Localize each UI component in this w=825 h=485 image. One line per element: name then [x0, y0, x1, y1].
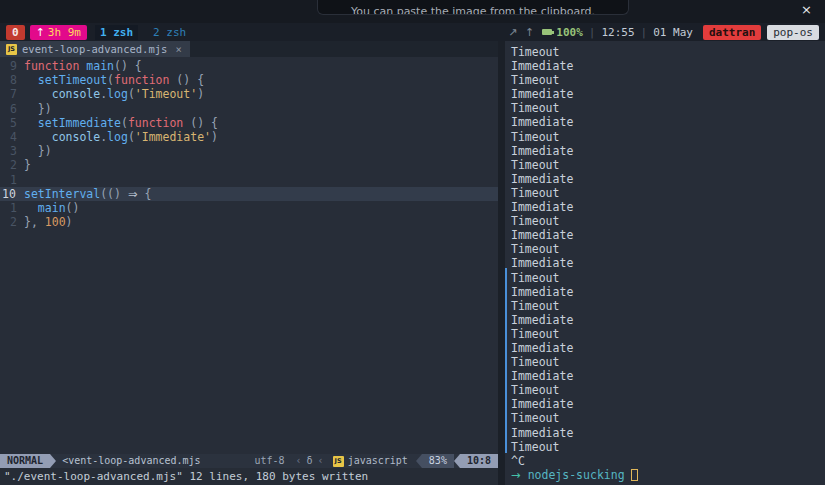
terminal-output: TimeoutImmediateTimeoutImmediateTimeoutI… — [511, 45, 825, 454]
code-area[interactable]: 9function main() {8 setTimeout(function … — [0, 57, 498, 454]
tmux-window-1[interactable]: 1 zsh — [95, 25, 138, 40]
network-arrows-icon: ↗ ↑ — [508, 26, 536, 39]
tmux-window-2[interactable]: 2 zsh — [148, 25, 191, 40]
mode-indicator: NORMAL — [0, 454, 50, 468]
username-badge: dattran — [703, 25, 761, 40]
battery-icon — [542, 29, 552, 35]
battery-percent: 100% — [556, 26, 583, 39]
nvim-statusline: NORMAL <vent-loop-advanced.mjs utf-8 ‹ δ… — [0, 454, 498, 468]
terminal-line: Immediate — [511, 200, 825, 214]
battery-indicator: 100% — [542, 26, 583, 39]
nvim-cmdline-message: "./event-loop-advanced.mjs" 12 lines, 18… — [0, 468, 498, 485]
terminal-line: Timeout — [511, 186, 825, 200]
terminal-line: Immediate — [511, 144, 825, 158]
line-number: 5 — [0, 116, 24, 130]
terminal-line: Immediate — [511, 369, 825, 383]
tab-event-loop-advanced[interactable]: JS event-loop-advanced.mjs × — [0, 41, 190, 57]
angle-separator-icon: ‹ — [296, 454, 302, 468]
code-line[interactable]: 1 main() — [0, 201, 498, 215]
code-text: }) — [24, 102, 52, 116]
code-line[interactable]: 1 — [0, 173, 498, 187]
os-icon: δ — [307, 454, 313, 468]
line-number: 2 — [0, 158, 24, 172]
terminal-line: Timeout — [511, 299, 825, 313]
terminal-line: Timeout — [511, 242, 825, 256]
code-text: }, 100) — [24, 215, 73, 229]
terminal-line: Timeout — [511, 383, 825, 397]
hostname-badge: pop-os — [767, 25, 819, 40]
javascript-icon: JS — [6, 44, 17, 55]
filetype-indicator: javascript — [348, 454, 408, 468]
terminal-line: Timeout — [511, 130, 825, 144]
code-line[interactable]: 5 setImmediate(function () { — [0, 116, 498, 130]
tmux-session-badge[interactable]: 0 — [6, 25, 25, 40]
code-line[interactable]: 10setInterval(() ⇒ { — [0, 187, 498, 201]
line-number: 3 — [0, 144, 24, 158]
terminal-line: Immediate — [511, 87, 825, 101]
terminal-line: Timeout — [511, 355, 825, 369]
top-strip: You can paste the image from the clipboa… — [0, 0, 825, 23]
code-text: main() — [24, 201, 79, 215]
active-pane-border — [505, 268, 507, 453]
statusline-spacer — [201, 454, 255, 468]
scroll-progress: 83% — [422, 454, 454, 468]
code-line[interactable]: 7 console.log('Timeout') — [0, 87, 498, 101]
line-number: 4 — [0, 130, 24, 144]
line-number: 1 — [0, 201, 24, 215]
code-text: } — [24, 158, 31, 172]
code-text: console.log('Timeout') — [24, 87, 204, 101]
uptime-arrow-icon: ↑ — [36, 26, 45, 39]
cursor-location: 10:8 — [460, 454, 498, 468]
code-line[interactable]: 4 console.log('Immediate') — [0, 130, 498, 144]
separator: | — [641, 26, 648, 39]
desktop-screen: You can paste the image from the clipboa… — [0, 0, 825, 485]
code-line[interactable]: 9function main() { — [0, 59, 498, 73]
javascript-icon: JS — [333, 456, 344, 467]
code-text: setTimeout(function () { — [24, 73, 204, 87]
terminal-line: Timeout — [511, 101, 825, 115]
uptime-badge: ↑ 3h 9m — [30, 25, 87, 40]
terminal-line: Immediate — [511, 313, 825, 327]
pane-divider[interactable] — [498, 41, 505, 485]
code-text: setImmediate(function () { — [24, 116, 218, 130]
line-number: 1 — [0, 173, 24, 187]
uptime-text: 3h 9m — [48, 26, 81, 39]
terminal-line: Immediate — [511, 115, 825, 129]
nvim-pane[interactable]: JS event-loop-advanced.mjs × 9function m… — [0, 41, 498, 485]
notification-text: You can paste the image from the clipboa… — [351, 5, 595, 15]
code-line[interactable]: 6 }) — [0, 102, 498, 116]
tab-close-icon[interactable]: × — [175, 43, 181, 55]
code-line[interactable]: 8 setTimeout(function () { — [0, 73, 498, 87]
code-line[interactable]: 2}, 100) — [0, 215, 498, 229]
terminal-line: Immediate — [511, 59, 825, 73]
terminal-line: Immediate — [511, 285, 825, 299]
statusline-filename: <vent-loop-advanced.mjs — [56, 454, 200, 468]
terminal-pane[interactable]: TimeoutImmediateTimeoutImmediateTimeoutI… — [505, 41, 825, 485]
code-line[interactable]: 2} — [0, 158, 498, 172]
prompt-directory: nodejs-sucking — [528, 468, 625, 482]
line-number: 8 — [0, 73, 24, 87]
encoding-indicator: utf-8 — [254, 454, 284, 468]
terminal-line: Timeout — [511, 214, 825, 228]
terminal-line: Timeout — [511, 158, 825, 172]
tmux-panes: JS event-loop-advanced.mjs × 9function m… — [0, 41, 825, 485]
separator: | — [589, 26, 596, 39]
terminal-line: Timeout — [511, 327, 825, 341]
code-text: }) — [24, 144, 52, 158]
terminal-cursor — [631, 469, 638, 481]
terminal-line: Immediate — [511, 256, 825, 270]
clipboard-notification: You can paste the image from the clipboa… — [317, 0, 629, 15]
line-number: 7 — [0, 87, 24, 101]
code-line[interactable]: 3 }) — [0, 144, 498, 158]
line-number: 9 — [0, 59, 24, 73]
code-text: function main() { — [24, 59, 142, 73]
terminal-line: Timeout — [511, 440, 825, 454]
tmux-status-right: ↗ ↑ 100% | 12:55 | 01 May dattran pop-os — [508, 25, 819, 40]
terminal-line: Timeout — [511, 271, 825, 285]
interrupt-signal-text: ^C — [511, 454, 825, 468]
code-text: setInterval(() ⇒ { — [24, 187, 151, 201]
terminal-line: Timeout — [511, 411, 825, 425]
shell-prompt[interactable]: → nodejs-sucking — [511, 468, 825, 482]
terminal-line: Immediate — [511, 397, 825, 411]
window-close-icon[interactable]: × — [801, 2, 812, 17]
